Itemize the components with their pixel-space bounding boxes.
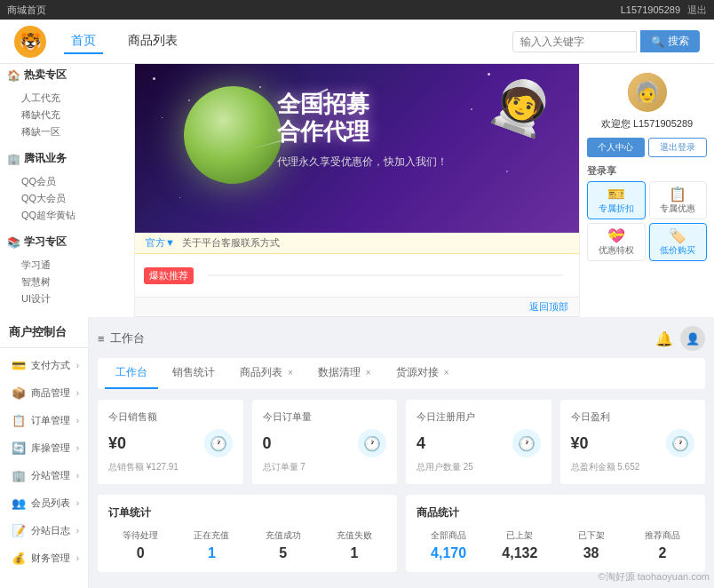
main-nav: 首页 商品列表 (64, 29, 495, 54)
tab-close-products[interactable]: × (288, 368, 293, 377)
nav-home[interactable]: 首页 (64, 29, 103, 54)
benefit-item-2[interactable]: 💝 优惠特权 (587, 223, 646, 261)
user-logout-button[interactable]: 退出登录 (648, 138, 708, 157)
banner: 全国招募 合作代理 代理永久享受优惠价，快加入我们！ 🧑‍🚀 (135, 64, 579, 233)
product-col-label-0: 全部商品 (416, 529, 480, 542)
featured-label: 爆款推荐 (144, 267, 194, 284)
tab-supply-label: 货源对接 (396, 365, 439, 380)
top-bar-left: 商城首页 (7, 4, 46, 17)
product-col-online: 已上架 4,132 (488, 529, 551, 561)
sidebar-item-0-2[interactable]: 稀缺一区 (7, 123, 127, 140)
logo: 🐯 (14, 26, 46, 58)
user-welcome: 欢迎您 L1571905289 (587, 117, 707, 131)
tab-product-list[interactable]: 商品列表 × (229, 358, 304, 389)
sidebar-item-2-2[interactable]: UI设计 (7, 290, 127, 307)
official-dropdown[interactable]: 官方▼ (146, 236, 175, 250)
benefit-icon-2: 💝 (591, 227, 641, 244)
bell-icon[interactable]: 🔔 (655, 330, 673, 347)
logs-icon: 📝 (12, 524, 26, 537)
benefit-label-1: 专属优惠 (660, 203, 695, 213)
avatar-image: 🧓 (628, 73, 667, 112)
user-avatar-area: 🧓 欢迎您 L1571905289 (587, 73, 707, 131)
stat-card-profit: 今日盈利 ¥0 🕐 总盈利金额 5.652 (560, 400, 706, 484)
product-col-all: 全部商品 4,170 (416, 529, 480, 561)
order-stats-title: 订单统计 (108, 505, 386, 520)
stat-value-profit: ¥0 🕐 (571, 429, 695, 457)
stat-value-orders: 0 🕐 (263, 429, 387, 457)
nav-item-products[interactable]: 📦 商品管理 › (0, 379, 88, 407)
notice-text: 关于平台客服联系方式 (182, 236, 280, 250)
nav-products[interactable]: 商品列表 (121, 29, 185, 54)
sidebar-item-2-1[interactable]: 智慧树 (7, 274, 127, 290)
search-button[interactable]: 🔍 搜索 (640, 30, 700, 52)
stat-number-orders: 0 (263, 434, 272, 453)
tab-sales-label: 销售统计 (172, 365, 215, 380)
astronaut-icon: 🧑‍🚀 (483, 68, 560, 144)
sidebar-item-0-0[interactable]: 人工代充 (7, 90, 127, 107)
tab-close-supply[interactable]: × (444, 368, 449, 377)
order-col-fail: 充值失败 1 (322, 529, 386, 561)
nav-item-orders[interactable]: 📋 订单管理 › (0, 407, 88, 434)
nav-item-payment[interactable]: 💳 支付方式 › (0, 352, 88, 379)
logout-link[interactable]: 退出 (687, 4, 707, 17)
back-top-link[interactable]: 返回顶部 (529, 300, 568, 314)
stat-card-orders: 今日订单量 0 🕐 总订单量 7 (252, 400, 398, 484)
tab-supply[interactable]: 货源对接 × (385, 358, 460, 389)
sidebar-title-hotsale: 🏠 热卖专区 (7, 64, 127, 86)
study-icon: 📚 (7, 236, 20, 249)
nav-item-members[interactable]: 👥 会员列表 › (0, 489, 88, 517)
benefit-item-3[interactable]: 🏷️ 低价购买 (649, 223, 708, 261)
left-nav: 商户控制台 💳 支付方式 › 📦 商品管理 › 📋 订单管理 › 🔄 库操管理 … (0, 317, 89, 588)
banner-subtitle: 合作代理 (277, 118, 448, 146)
order-col-label-3: 充值失败 (322, 529, 386, 542)
sidebar-item-1-1[interactable]: QQ大会员 (7, 190, 127, 207)
order-col-value-2: 5 (251, 545, 315, 561)
finance-icon: 💰 (12, 552, 26, 565)
sidebar-item-1-0[interactable]: QQ会员 (7, 173, 127, 190)
stat-number-users: 4 (416, 434, 425, 453)
tab-product-list-label: 商品列表 (240, 365, 282, 380)
product-col-value-1: 4,132 (488, 545, 551, 561)
tab-close-data[interactable]: × (366, 368, 371, 377)
tab-workspace[interactable]: 工作台 (105, 358, 158, 389)
sidebar-item-2-0[interactable]: 学习通 (7, 257, 127, 274)
orders-icon: 📋 (12, 414, 26, 427)
page-wrapper: 商城首页 L1571905289 退出 🐯 首页 商品列表 🔍 搜索 (0, 0, 714, 588)
stat-card-sales: 今日销售额 ¥0 🕐 总销售额 ¥127.91 (98, 400, 243, 484)
sidebar-item-1-2[interactable]: QQ超华黄钻 (7, 207, 127, 224)
nav-item-branch[interactable]: 🏢 分站管理 › (0, 462, 88, 489)
tab-data-clean[interactable]: 数据清理 × (307, 358, 382, 389)
logo-emoji: 🐯 (20, 31, 42, 52)
nav-item-label-payment: 支付方式 (31, 359, 70, 372)
tab-workspace-label: 工作台 (115, 365, 147, 380)
benefit-icon-0: 🎫 (591, 186, 641, 203)
nav-item-finance[interactable]: 💰 财务管理 › (0, 544, 88, 572)
search-icon: 🔍 (651, 36, 664, 48)
benefit-item-0[interactable]: 🎫 专属折扣 (587, 181, 646, 219)
user-id: L1571905289 (633, 118, 693, 129)
stat-label-users: 今日注册用户 (416, 410, 541, 424)
search-input[interactable] (512, 31, 637, 52)
center-area: 全国招募 合作代理 代理永久享受优惠价，快加入我们！ 🧑‍🚀 官方▼ 关于平台客… (135, 64, 579, 317)
benefit-item-1[interactable]: 📋 专属优惠 (649, 181, 708, 219)
order-col-value-0: 0 (108, 545, 172, 561)
stat-icon-users: 🕐 (512, 429, 541, 457)
order-col-success: 充值成功 5 (251, 529, 315, 561)
banner-desc: 代理永久享受优惠价，快加入我们！ (277, 155, 448, 170)
nav-item-inventory[interactable]: 🔄 库操管理 › (0, 434, 88, 462)
store-home-link[interactable]: 商城首页 (7, 4, 46, 17)
top-bar: 商城首页 L1571905289 退出 (0, 0, 714, 20)
user-avatar-small[interactable]: 👤 (680, 326, 705, 351)
tab-sales[interactable]: 销售统计 (162, 358, 226, 389)
benefit-grid: 🎫 专属折扣 📋 专属优惠 💝 优惠特权 🏷️ 低价购买 (587, 181, 707, 261)
sidebar-item-0-1[interactable]: 稀缺代充 (7, 107, 127, 123)
sidebar-section-hotsale: 🏠 热卖专区 人工代充 稀缺代充 稀缺一区 (0, 64, 134, 140)
nav-item-label-products: 商品管理 (31, 386, 70, 400)
stat-sub-profit: 总盈利金额 5.652 (571, 461, 695, 473)
product-col-recommend: 推荐商品 2 (631, 529, 694, 561)
user-panel: 🧓 欢迎您 L1571905289 个人中心 退出登录 登录享 🎫 专属折扣 📋 (579, 64, 714, 317)
nav-item-logs[interactable]: 📝 分站日志 › (0, 517, 88, 544)
stat-icon-sales: 🕐 (204, 429, 233, 457)
personal-center-button[interactable]: 个人中心 (587, 138, 645, 157)
tencent-icon: 🏢 (7, 153, 20, 165)
